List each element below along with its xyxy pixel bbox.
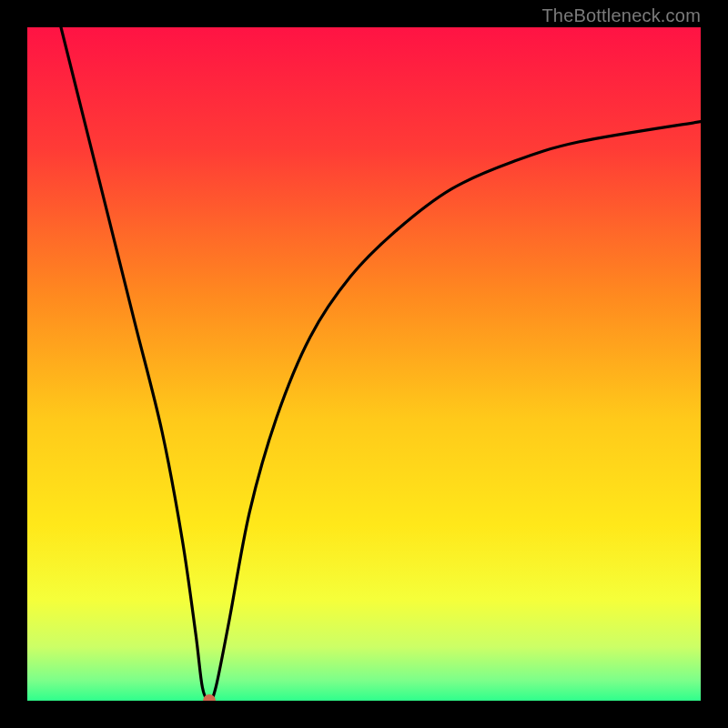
bottleneck-curve-path	[61, 27, 701, 701]
plot-area	[27, 27, 701, 701]
curve-layer	[27, 27, 701, 701]
chart-stage: TheBottleneck.com	[0, 0, 728, 728]
minimum-marker	[203, 694, 216, 701]
watermark-text: TheBottleneck.com	[541, 5, 701, 26]
